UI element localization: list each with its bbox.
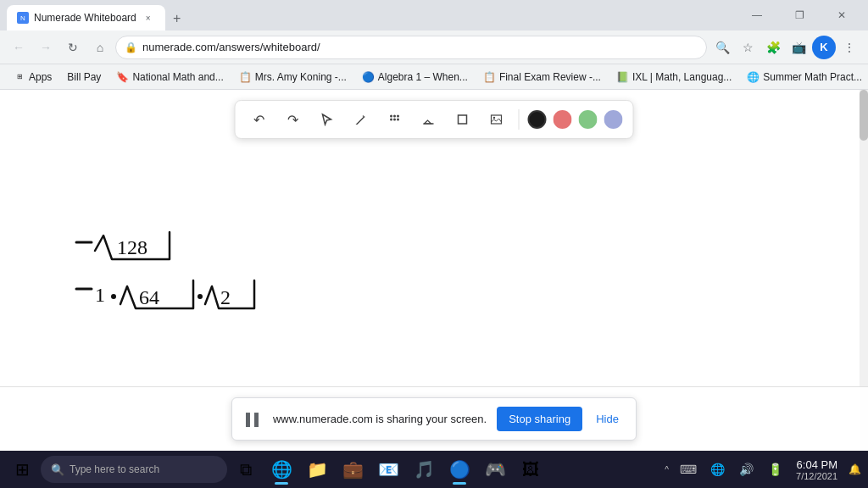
- svg-point-16: [198, 294, 203, 299]
- profile-button[interactable]: K: [812, 36, 836, 59]
- svg-text:128: 128: [117, 236, 147, 258]
- tab-favicon: N: [17, 12, 29, 24]
- taskbar-search-icon: 🔍: [51, 463, 64, 476]
- chrome-icon: 🔵: [449, 459, 470, 480]
- bookmark-apps-label: Apps: [29, 71, 52, 83]
- tray-chevron-button[interactable]: ^: [661, 462, 672, 478]
- bookmark-national-math-icon: 🔖: [116, 71, 129, 83]
- gaming-app-button[interactable]: 🎮: [478, 452, 512, 486]
- taskbar-search[interactable]: 🔍 Type here to search: [41, 456, 227, 483]
- spotify-icon: 🎵: [414, 459, 435, 480]
- extensions-button[interactable]: 🧩: [761, 36, 785, 59]
- task-view-button[interactable]: ⧉: [229, 452, 263, 486]
- bookmark-summer-math-icon: 🌐: [747, 71, 760, 83]
- bookmark-billpay[interactable]: Bill Pay: [60, 69, 108, 86]
- bookmark-amy-label: Mrs. Amy Koning -...: [255, 71, 347, 83]
- time-date-display[interactable]: 6:04 PM 7/12/2021: [791, 458, 843, 481]
- lock-icon: 🔒: [125, 42, 137, 53]
- nav-bar: ← → ↻ ⌂ 🔒 numerade.com/answers/whiteboar…: [0, 30, 868, 64]
- network-icon[interactable]: 🌐: [704, 452, 730, 486]
- select-tool-button[interactable]: [314, 106, 341, 133]
- clock-time: 6:04 PM: [796, 458, 837, 471]
- address-bar[interactable]: 🔒 numerade.com/answers/whiteboard/: [115, 36, 707, 59]
- screen-share-banner: ▌▌ www.numerade.com is sharing your scre…: [0, 386, 868, 451]
- new-tab-button[interactable]: +: [165, 7, 189, 30]
- bookmark-final-exam-label: Final Exam Review -...: [499, 71, 601, 83]
- tab-title: Numerade Whiteboard: [34, 12, 136, 24]
- bookmark-summer-math[interactable]: 🌐 Summer Math Pract...: [740, 69, 868, 86]
- reload-button[interactable]: ↻: [61, 36, 85, 59]
- undo-button[interactable]: ↶: [246, 106, 273, 133]
- bookmark-final-exam[interactable]: 📋 Final Exam Review -...: [476, 69, 608, 86]
- bookmark-algebra-icon: 🔵: [362, 71, 375, 83]
- svg-text:1: 1: [95, 284, 105, 306]
- notification-button[interactable]: 🔔: [846, 452, 863, 486]
- eraser-tool-button[interactable]: [415, 106, 442, 133]
- search-action-button[interactable]: 🔍: [710, 36, 734, 59]
- chrome-app-button[interactable]: 🔵: [442, 452, 476, 486]
- taskbar-search-text: Type here to search: [70, 463, 159, 475]
- edge-app-button[interactable]: 🌐: [264, 452, 298, 486]
- cast-button[interactable]: 📺: [787, 36, 810, 59]
- gaming-icon: 🎮: [485, 459, 506, 480]
- teams-app-button[interactable]: 💼: [336, 452, 370, 486]
- back-button[interactable]: ←: [7, 36, 31, 59]
- browser-frame: N Numerade Whiteboard × + — ❐ ✕ ← → ↻ ⌂ …: [0, 0, 868, 488]
- color-black-button[interactable]: [528, 110, 547, 129]
- bookmark-apps[interactable]: ⊞ Apps: [7, 69, 58, 86]
- hide-button[interactable]: Hide: [593, 407, 622, 431]
- minimize-button[interactable]: —: [737, 3, 776, 28]
- bookmark-national-math-label: National Math and...: [132, 71, 223, 83]
- bookmark-amy-icon: 📋: [239, 71, 252, 83]
- screen-share-icon: ▌▌: [246, 413, 263, 426]
- system-tray: ^ ⌨ 🌐 🔊 🔋 6:04 PM 7/12/2021 🔔: [661, 452, 863, 486]
- close-button[interactable]: ✕: [822, 3, 861, 28]
- home-button[interactable]: ⌂: [88, 36, 112, 59]
- shape-tool-button[interactable]: [449, 106, 476, 133]
- start-button[interactable]: ⊞: [5, 452, 39, 486]
- bookmark-algebra-label: Algebra 1 – When...: [378, 71, 468, 83]
- bookmark-national-math[interactable]: 🔖 National Math and...: [109, 69, 230, 86]
- bookmark-amy-koning[interactable]: 📋 Mrs. Amy Koning -...: [232, 69, 353, 86]
- stop-sharing-button[interactable]: Stop sharing: [497, 407, 582, 431]
- address-text: numerade.com/answers/whiteboard/: [142, 41, 698, 53]
- scrollbar-thumb[interactable]: [860, 90, 868, 141]
- svg-point-1: [393, 119, 396, 121]
- tab-close-button[interactable]: ×: [142, 11, 155, 25]
- pen-tool-button[interactable]: [348, 106, 375, 133]
- color-red-button[interactable]: [554, 110, 572, 129]
- explorer-app-button[interactable]: 📁: [300, 452, 334, 486]
- keyboard-icon[interactable]: ⌨: [676, 452, 701, 486]
- tools-button[interactable]: [381, 106, 409, 133]
- whiteboard-area[interactable]: ↶ ↷: [0, 90, 868, 451]
- svg-text:64: 64: [139, 286, 159, 308]
- svg-point-2: [397, 119, 399, 121]
- title-bar: N Numerade Whiteboard × + — ❐ ✕: [0, 0, 868, 30]
- teams-icon: 💼: [342, 459, 364, 480]
- redo-button[interactable]: ↷: [280, 106, 307, 133]
- svg-rect-7: [459, 115, 467, 124]
- bookmark-star-button[interactable]: ☆: [736, 36, 760, 59]
- menu-button[interactable]: ⋮: [837, 36, 861, 59]
- color-purple-button[interactable]: [604, 110, 623, 129]
- tab-bar: N Numerade Whiteboard × +: [7, 0, 731, 30]
- maximize-button[interactable]: ❐: [780, 3, 819, 28]
- photos-icon: 🖼: [522, 460, 539, 480]
- battery-icon[interactable]: 🔋: [762, 452, 787, 486]
- photos-app-button[interactable]: 🖼: [514, 452, 548, 486]
- bookmark-algebra[interactable]: 🔵 Algebra 1 – When...: [355, 69, 475, 86]
- forward-button[interactable]: →: [34, 36, 58, 59]
- active-tab[interactable]: N Numerade Whiteboard ×: [7, 5, 165, 30]
- image-tool-button[interactable]: [483, 106, 510, 133]
- svg-point-14: [111, 294, 116, 299]
- clock-date: 7/12/2021: [796, 471, 837, 481]
- screen-share-message: www.numerade.com is sharing your screen.: [273, 413, 487, 425]
- sound-icon[interactable]: 🔊: [733, 452, 759, 486]
- mail-app-button[interactable]: 📧: [371, 452, 405, 486]
- window-controls: — ❐ ✕: [737, 3, 861, 28]
- bookmark-ixl[interactable]: 📗 IXL | Math, Languag...: [609, 69, 738, 86]
- svg-point-9: [493, 117, 495, 119]
- svg-point-3: [390, 115, 392, 118]
- color-green-button[interactable]: [579, 110, 598, 129]
- spotify-app-button[interactable]: 🎵: [407, 452, 441, 486]
